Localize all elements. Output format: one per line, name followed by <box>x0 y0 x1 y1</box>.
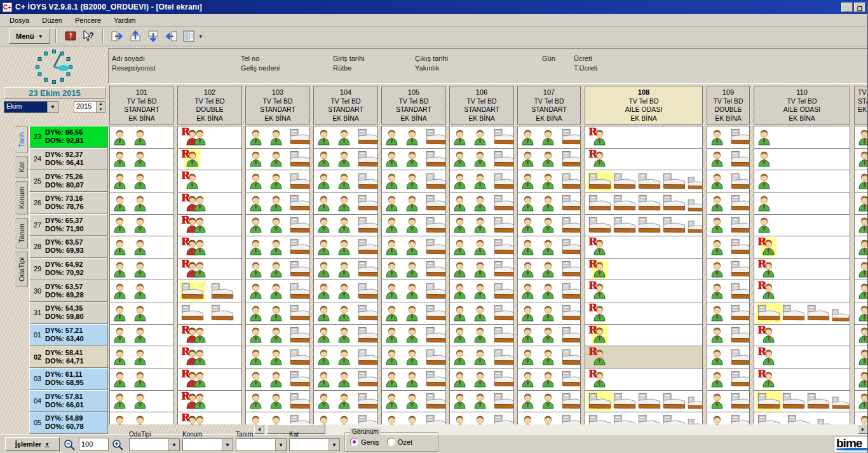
room-day-cell-102-26[interactable]: R <box>178 193 241 215</box>
room-day-cell-103-26[interactable] <box>246 193 309 215</box>
room-day-cell-x-27[interactable] <box>855 215 868 237</box>
room-day-cell-108-01[interactable]: R <box>585 325 702 347</box>
menu-item-dosya[interactable]: Dosya <box>4 15 35 25</box>
radio--zet[interactable]: Özet <box>387 438 412 446</box>
room-day-cell-108-28[interactable]: R <box>585 236 702 259</box>
room-day-cell-108-29[interactable]: R <box>585 259 702 281</box>
zoom-out-icon[interactable] <box>63 438 76 451</box>
room-day-cell-102-03[interactable]: R <box>178 368 241 391</box>
help-book-icon[interactable]: ? <box>63 29 78 44</box>
room-day-cell-104-25[interactable] <box>314 170 377 193</box>
room-day-cell-110-28[interactable]: R <box>754 236 850 259</box>
room-header-clipped[interactable]: TV Tel BDSTANDARTEK BİNA <box>854 86 868 125</box>
room-day-cell-110-30[interactable]: R <box>754 280 850 302</box>
chevron-down-icon[interactable]: ▼ <box>168 439 179 450</box>
room-day-cell-109-29[interactable] <box>707 259 749 281</box>
room-day-cell-108-31[interactable]: R <box>585 302 702 325</box>
room-day-cell-110-23[interactable] <box>754 126 850 149</box>
room-day-cell-x-25[interactable] <box>855 170 868 193</box>
room-day-cell-104-31[interactable] <box>314 302 377 325</box>
room-day-cell-103-24[interactable] <box>246 149 309 171</box>
radio-dot[interactable] <box>350 438 358 446</box>
room-day-cell-105-29[interactable] <box>382 259 445 281</box>
room-day-cell-101-23[interactable] <box>110 126 173 149</box>
radio-dot[interactable] <box>387 438 395 446</box>
room-day-cell-109-27[interactable] <box>707 215 749 237</box>
room-day-cell-101-05[interactable] <box>110 412 173 424</box>
room-header-103[interactable]: 103TV Tel BDSTANDARTEK BİNA <box>245 86 310 125</box>
room-day-cell-106-03[interactable] <box>450 368 513 391</box>
room-day-cell-108-05[interactable] <box>585 412 702 424</box>
room-day-cell-110-03[interactable]: R <box>754 368 850 391</box>
room-day-cell-106-23[interactable] <box>450 126 513 149</box>
room-day-cell-101-27[interactable] <box>110 215 173 237</box>
room-day-cell-101-02[interactable] <box>110 346 173 368</box>
filter-select-konum[interactable]: ▼ <box>182 438 233 451</box>
room-day-cell-108-30[interactable]: R <box>585 280 702 302</box>
room-day-cell-110-01[interactable]: R <box>754 325 850 347</box>
islemler-button[interactable]: İşlemler ▼ <box>5 437 60 451</box>
room-day-cell-102-23[interactable]: R <box>178 126 241 149</box>
room-day-cell-103-03[interactable] <box>246 368 309 391</box>
room-day-cell-105-25[interactable] <box>382 170 445 193</box>
room-day-cell-104-28[interactable] <box>314 236 377 259</box>
room-day-cell-110-25[interactable] <box>754 170 850 193</box>
room-day-cell-105-23[interactable] <box>382 126 445 149</box>
room-day-cell-107-26[interactable] <box>518 193 580 215</box>
room-day-cell-109-05[interactable] <box>707 412 749 424</box>
room-day-cell-103-27[interactable] <box>246 215 309 237</box>
room-day-cell-106-28[interactable] <box>450 236 513 259</box>
room-header-107[interactable]: 107TV Tel BDSTANDARTEK BİNA <box>517 86 581 125</box>
restore-button[interactable]: ❐ <box>854 3 865 12</box>
zoom-level-input[interactable] <box>79 438 109 450</box>
room-day-cell-106-27[interactable] <box>450 215 513 237</box>
menu-item-yard-m[interactable]: Yardım <box>108 15 142 25</box>
room-day-cell-110-31[interactable] <box>754 302 850 325</box>
export-page-icon[interactable] <box>146 29 161 44</box>
room-day-cell-104-01[interactable] <box>314 325 377 347</box>
room-day-cell-x-03[interactable] <box>855 368 868 391</box>
room-day-cell-102-31[interactable] <box>178 302 241 325</box>
room-day-cell-110-29[interactable]: R <box>754 259 850 281</box>
radio-geni-[interactable]: Geniş <box>350 438 379 446</box>
room-day-cell-109-30[interactable] <box>707 280 749 302</box>
room-day-cell-101-29[interactable] <box>110 259 173 281</box>
room-day-cell-x-23[interactable] <box>855 126 868 149</box>
nav-forward-icon[interactable] <box>110 29 125 44</box>
room-header-108[interactable]: 108TV Tel BDAİLE ODASIEK BİNA <box>585 86 703 125</box>
room-day-cell-106-01[interactable] <box>450 325 513 347</box>
room-day-cell-105-02[interactable] <box>382 346 445 368</box>
room-day-cell-101-26[interactable] <box>110 193 173 215</box>
room-day-cell-103-01[interactable] <box>246 325 309 347</box>
room-day-cell-102-05[interactable]: R <box>178 412 241 424</box>
room-day-cell-101-31[interactable] <box>110 302 173 325</box>
room-day-cell-102-04[interactable]: R <box>178 391 241 413</box>
room-day-cell-105-28[interactable] <box>382 236 445 259</box>
room-day-cell-110-26[interactable] <box>754 193 850 215</box>
room-day-cell-102-25[interactable]: R <box>178 170 241 193</box>
room-day-cell-109-28[interactable] <box>707 236 749 259</box>
room-day-cell-103-31[interactable] <box>246 302 309 325</box>
room-day-cell-106-02[interactable] <box>450 346 513 368</box>
room-day-cell-107-28[interactable] <box>518 236 580 259</box>
room-day-cell-106-25[interactable] <box>450 170 513 193</box>
room-day-cell-107-04[interactable] <box>518 391 580 413</box>
menu-item-pencere[interactable]: Pencere <box>69 15 107 25</box>
room-day-cell-106-04[interactable] <box>450 391 513 413</box>
room-day-cell-104-30[interactable] <box>314 280 377 302</box>
room-day-cell-102-01[interactable]: R <box>178 325 241 347</box>
room-day-cell-110-27[interactable] <box>754 215 850 237</box>
scroll-right-button[interactable] <box>858 424 868 434</box>
room-day-cell-107-23[interactable] <box>518 126 580 149</box>
room-header-105[interactable]: 105TV Tel BDSTANDARTEK BİNA <box>381 86 446 125</box>
room-day-cell-108-04[interactable] <box>585 391 702 413</box>
room-day-cell-103-29[interactable] <box>246 259 309 281</box>
room-day-cell-103-04[interactable] <box>246 391 309 413</box>
room-day-cell-102-29[interactable]: R <box>178 259 241 281</box>
menu-item-d-zen[interactable]: Düzen <box>36 15 68 25</box>
room-header-102[interactable]: 102TV Tel BDDOUBLEEK BİNA <box>177 86 242 125</box>
room-day-cell-103-28[interactable] <box>246 236 309 259</box>
room-day-cell-102-24[interactable]: R <box>178 149 241 171</box>
room-day-cell-104-04[interactable] <box>314 391 377 413</box>
room-header-106[interactable]: 106TV Tel BDSTANDARTEK BİNA <box>449 86 514 125</box>
